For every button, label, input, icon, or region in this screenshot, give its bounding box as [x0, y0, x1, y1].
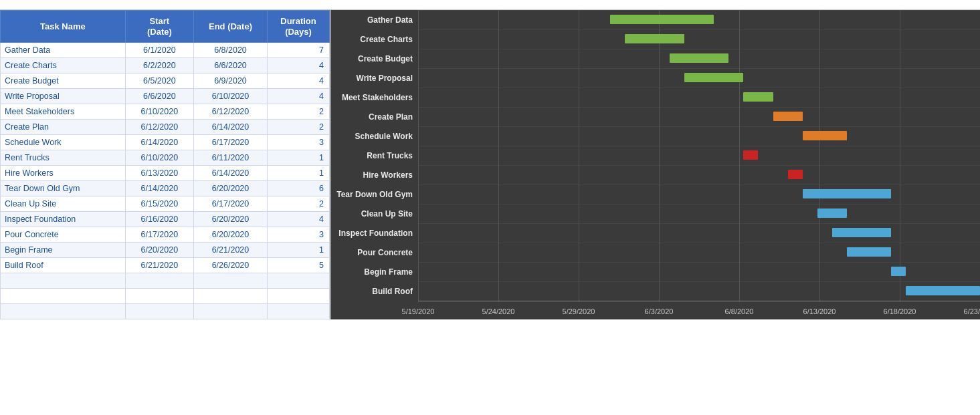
gantt-row-label: Schedule Work — [331, 126, 418, 146]
h-grid-line — [418, 165, 980, 166]
gantt-chart-body — [418, 10, 980, 301]
gantt-bar — [684, 73, 743, 82]
col-header-start: Start(Date) — [125, 11, 193, 43]
h-grid-line — [418, 68, 980, 69]
task-end: 6/14/2020 — [193, 120, 267, 135]
v-grid-line — [498, 10, 499, 301]
gantt-row-label: Rent Trucks — [331, 146, 418, 165]
task-duration: 4 — [268, 212, 330, 227]
gantt-inner: Gather DataCreate ChartsCreate BudgetWri… — [331, 10, 980, 319]
task-end: 6/26/2020 — [193, 258, 267, 273]
gantt-row-label: Create Budget — [331, 49, 418, 68]
gantt-row-label: Clean Up Site — [331, 204, 418, 223]
task-name: Rent Trucks — [1, 150, 126, 166]
table-row: Inspect Foundation 6/16/2020 6/20/2020 4 — [1, 212, 330, 227]
task-end: 6/12/2020 — [193, 104, 267, 120]
task-end: 6/17/2020 — [193, 135, 267, 150]
task-name: Pour Concrete — [1, 227, 126, 243]
gantt-bar — [906, 286, 980, 295]
task-start: 6/12/2020 — [125, 120, 193, 135]
h-grid-line — [418, 262, 980, 263]
gantt-bar — [788, 170, 803, 179]
empty-row — [1, 289, 330, 304]
h-grid-line — [418, 281, 980, 282]
table-row: Meet Stakeholders 6/10/2020 6/12/2020 2 — [1, 104, 330, 120]
task-duration: 7 — [268, 43, 330, 58]
task-duration: 1 — [268, 166, 330, 181]
task-end: 6/6/2020 — [193, 58, 267, 74]
x-axis-label: 5/29/2020 — [563, 307, 595, 315]
gantt-bar — [817, 209, 847, 218]
task-end: 6/21/2020 — [193, 243, 267, 258]
task-end: 6/8/2020 — [193, 43, 267, 58]
table-row: Schedule Work 6/14/2020 6/17/2020 3 — [1, 135, 330, 150]
task-start: 6/1/2020 — [125, 43, 193, 58]
x-axis-label: 5/24/2020 — [482, 307, 515, 315]
gantt-row-label: Write Proposal — [331, 68, 418, 88]
table-row: Gather Data 6/1/2020 6/8/2020 7 — [1, 43, 330, 58]
task-name: Build Roof — [1, 258, 126, 273]
x-axis: 5/19/20205/24/20205/29/20206/3/20206/8/2… — [418, 301, 980, 319]
h-grid-line — [418, 29, 980, 30]
h-grid-line — [418, 146, 980, 146]
task-duration: 5 — [268, 258, 330, 273]
task-duration: 1 — [268, 150, 330, 166]
task-name: Hire Workers — [1, 166, 126, 181]
task-name: Begin Frame — [1, 243, 126, 258]
task-start: 6/16/2020 — [125, 212, 193, 227]
task-end: 6/17/2020 — [193, 196, 267, 212]
table-row: Hire Workers 6/13/2020 6/14/2020 1 — [1, 166, 330, 181]
v-grid-line — [739, 10, 740, 301]
gantt-bar — [832, 228, 891, 237]
table-row: Create Budget 6/5/2020 6/9/2020 4 — [1, 74, 330, 89]
header — [0, 0, 980, 9]
v-grid-line — [579, 10, 579, 301]
col-header-end: End (Date) — [193, 11, 267, 43]
task-name: Inspect Foundation — [1, 212, 126, 227]
h-grid-line — [418, 204, 980, 204]
task-end: 6/20/2020 — [193, 227, 267, 243]
gantt-bar — [891, 267, 906, 276]
h-grid-line — [418, 243, 980, 243]
table-row: Tear Down Old Gym 6/14/2020 6/20/2020 6 — [1, 181, 330, 196]
gantt-row-label: Meet Stakeholders — [331, 88, 418, 107]
task-start: 6/2/2020 — [125, 58, 193, 74]
task-duration: 4 — [268, 58, 330, 74]
task-name: Schedule Work — [1, 135, 126, 150]
task-name: Meet Stakeholders — [1, 104, 126, 120]
task-duration: 2 — [268, 196, 330, 212]
task-start: 6/21/2020 — [125, 258, 193, 273]
table-row: Pour Concrete 6/17/2020 6/20/2020 3 — [1, 227, 330, 243]
h-grid-line — [418, 107, 980, 108]
task-start: 6/20/2020 — [125, 243, 193, 258]
task-duration: 6 — [268, 181, 330, 196]
task-duration: 4 — [268, 89, 330, 104]
table-row: Begin Frame 6/20/2020 6/21/2020 1 — [1, 243, 330, 258]
x-axis-label: 6/13/2020 — [803, 307, 836, 315]
task-start: 6/10/2020 — [125, 150, 193, 166]
task-name: Tear Down Old Gym — [1, 181, 126, 196]
table-row: Create Charts 6/2/2020 6/6/2020 4 — [1, 58, 330, 74]
gantt-bar — [610, 15, 714, 24]
x-axis-label: 5/19/2020 — [402, 307, 435, 315]
task-duration: 4 — [268, 74, 330, 89]
task-start: 6/14/2020 — [125, 181, 193, 196]
task-end: 6/10/2020 — [193, 89, 267, 104]
table-row: Rent Trucks 6/10/2020 6/11/2020 1 — [1, 150, 330, 166]
x-axis-label: 6/3/2020 — [645, 307, 674, 315]
gantt-bar — [670, 53, 728, 63]
gantt-bar — [743, 92, 773, 102]
task-end: 6/11/2020 — [193, 150, 267, 166]
table-row: Create Plan 6/12/2020 6/14/2020 2 — [1, 120, 330, 135]
h-grid-line — [418, 49, 980, 49]
v-grid-line — [900, 10, 900, 301]
gantt-bar — [847, 247, 891, 257]
gantt-bar — [625, 34, 684, 43]
task-end: 6/20/2020 — [193, 212, 267, 227]
task-duration: 3 — [268, 227, 330, 243]
task-name: Create Plan — [1, 120, 126, 135]
gantt-row-label: Inspect Foundation — [331, 223, 418, 243]
gantt-row-label: Tear Down Old Gym — [331, 184, 418, 204]
task-end: 6/9/2020 — [193, 74, 267, 89]
h-grid-line — [418, 10, 980, 11]
